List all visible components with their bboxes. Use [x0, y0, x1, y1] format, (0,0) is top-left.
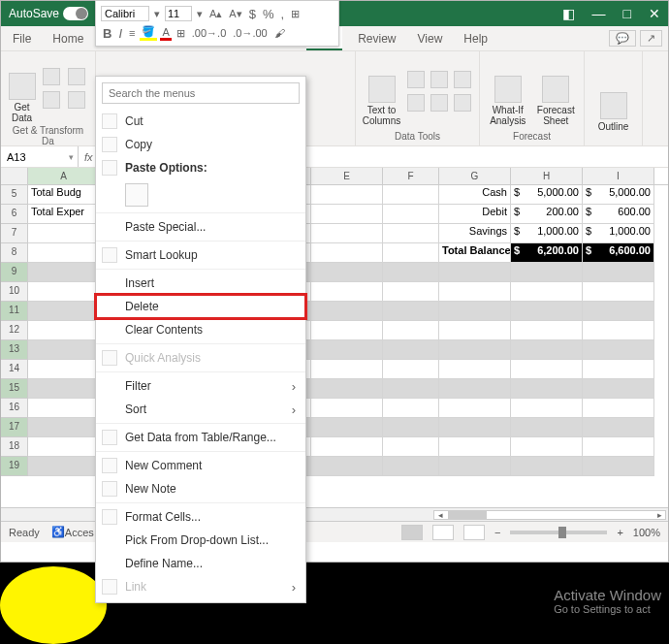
- currency-icon[interactable]: $: [247, 7, 258, 21]
- cell[interactable]: [511, 321, 583, 340]
- name-box[interactable]: A13: [1, 146, 79, 167]
- cell[interactable]: [439, 340, 511, 360]
- cell[interactable]: [28, 340, 100, 360]
- cell[interactable]: 1,000.00: [511, 224, 583, 243]
- cell[interactable]: [439, 379, 511, 399]
- col-header-h[interactable]: H: [511, 168, 583, 184]
- cell[interactable]: [311, 379, 383, 399]
- cell[interactable]: [583, 360, 654, 379]
- recent-sources-icon[interactable]: [68, 91, 85, 109]
- cell[interactable]: [311, 340, 383, 360]
- cell[interactable]: [439, 321, 511, 340]
- cell[interactable]: [311, 321, 383, 340]
- cell[interactable]: [383, 379, 439, 399]
- cell[interactable]: 6,200.00: [511, 243, 583, 263]
- relationships-icon[interactable]: [430, 94, 448, 112]
- cell[interactable]: [28, 457, 100, 476]
- bold-icon[interactable]: B: [101, 26, 113, 41]
- cell[interactable]: 6,600.00: [583, 243, 654, 263]
- cell[interactable]: [511, 379, 583, 399]
- forecast-sheet-button[interactable]: Forecast Sheet: [534, 56, 579, 126]
- cell[interactable]: [311, 302, 383, 321]
- cell[interactable]: [383, 185, 439, 205]
- col-header-i[interactable]: I: [583, 168, 654, 184]
- cell[interactable]: [439, 263, 511, 282]
- merge-icon[interactable]: ⊞: [289, 8, 302, 20]
- increase-decimal-icon[interactable]: .0→.00: [231, 27, 269, 39]
- ribbon-display-icon[interactable]: ◧: [562, 6, 575, 21]
- share-icon[interactable]: ↗: [640, 30, 662, 47]
- menu-get-data-range[interactable]: Get Data from Table/Range...: [96, 423, 305, 449]
- cell[interactable]: [439, 399, 511, 418]
- tab-help[interactable]: Help: [458, 28, 494, 49]
- get-data-button[interactable]: Get Data: [7, 53, 37, 123]
- menu-smart-lookup[interactable]: Smart Lookup: [96, 241, 305, 267]
- italic-icon[interactable]: I: [116, 26, 124, 41]
- cell[interactable]: [439, 360, 511, 379]
- cell[interactable]: [511, 437, 583, 457]
- page-layout-view-icon[interactable]: [432, 525, 454, 540]
- cell[interactable]: [383, 340, 439, 360]
- what-if-button[interactable]: What-If Analysis: [486, 56, 530, 126]
- tab-view[interactable]: View: [412, 28, 449, 49]
- minimize-icon[interactable]: —: [592, 6, 606, 21]
- cell[interactable]: [28, 399, 100, 418]
- cell[interactable]: [383, 321, 439, 340]
- col-header-e[interactable]: E: [311, 168, 383, 184]
- comma-icon[interactable]: ,: [278, 7, 286, 21]
- cell[interactable]: [383, 224, 439, 243]
- cell[interactable]: [439, 282, 511, 302]
- cell[interactable]: [383, 418, 439, 437]
- flash-fill-icon[interactable]: [407, 71, 425, 88]
- maximize-icon[interactable]: □: [623, 6, 631, 21]
- cell[interactable]: [28, 379, 100, 399]
- cell[interactable]: Debit: [439, 205, 511, 224]
- select-all-corner[interactable]: [1, 168, 28, 184]
- fill-color-icon[interactable]: 🪣: [140, 25, 157, 41]
- from-text-icon[interactable]: [43, 68, 60, 85]
- cell[interactable]: 200.00: [511, 205, 583, 224]
- scroll-thumb[interactable]: [448, 511, 487, 519]
- align-icon[interactable]: ≡: [127, 27, 137, 39]
- scroll-left-icon[interactable]: ◂: [434, 510, 446, 520]
- percent-icon[interactable]: %: [261, 7, 276, 21]
- cell[interactable]: [439, 418, 511, 437]
- cell[interactable]: [383, 205, 439, 224]
- cell[interactable]: [583, 399, 654, 418]
- size-dropdown-icon[interactable]: ▾: [195, 8, 205, 20]
- cell[interactable]: [511, 457, 583, 476]
- cell[interactable]: Total Balance:: [439, 243, 511, 263]
- cell[interactable]: [583, 340, 654, 360]
- accessibility-icon[interactable]: ♿: [51, 526, 65, 538]
- row-header[interactable]: 14: [1, 360, 28, 379]
- format-painter-icon[interactable]: 🖌: [272, 27, 287, 39]
- row-header[interactable]: 7: [1, 224, 28, 243]
- cell[interactable]: [439, 302, 511, 321]
- cell[interactable]: [439, 457, 511, 476]
- cell[interactable]: 5,000.00: [583, 185, 654, 205]
- cell[interactable]: [28, 321, 100, 340]
- cell[interactable]: [28, 302, 100, 321]
- font-dropdown-icon[interactable]: ▾: [152, 8, 162, 20]
- zoom-out-icon[interactable]: −: [494, 527, 500, 538]
- cell[interactable]: [311, 243, 383, 263]
- row-header[interactable]: 6: [1, 205, 28, 224]
- cell[interactable]: [28, 224, 100, 243]
- cell[interactable]: [511, 282, 583, 302]
- font-name-input[interactable]: [101, 6, 149, 21]
- cell[interactable]: [311, 399, 383, 418]
- cell[interactable]: [383, 263, 439, 282]
- menu-copy[interactable]: Copy: [96, 133, 305, 156]
- cell[interactable]: [583, 302, 654, 321]
- cell[interactable]: [28, 360, 100, 379]
- from-web-icon[interactable]: [68, 68, 85, 85]
- tab-review[interactable]: Review: [352, 28, 401, 49]
- menu-new-note[interactable]: New Note: [96, 477, 305, 500]
- zoom-in-icon[interactable]: +: [617, 527, 622, 538]
- menu-filter[interactable]: Filter: [96, 371, 305, 398]
- font-color-icon[interactable]: A: [160, 26, 171, 41]
- cell[interactable]: [583, 437, 654, 457]
- cell[interactable]: [311, 263, 383, 282]
- cell[interactable]: [383, 243, 439, 263]
- increase-font-icon[interactable]: A▴: [207, 8, 224, 20]
